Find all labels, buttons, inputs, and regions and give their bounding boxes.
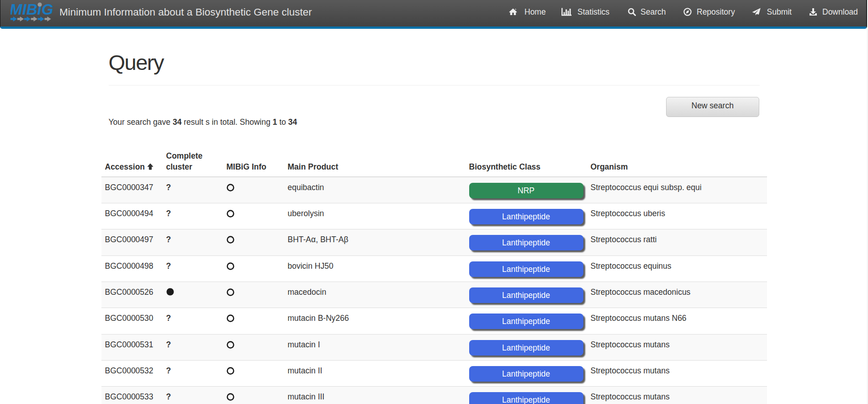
svg-text:MIBıG: MIBıG: [11, 2, 53, 18]
